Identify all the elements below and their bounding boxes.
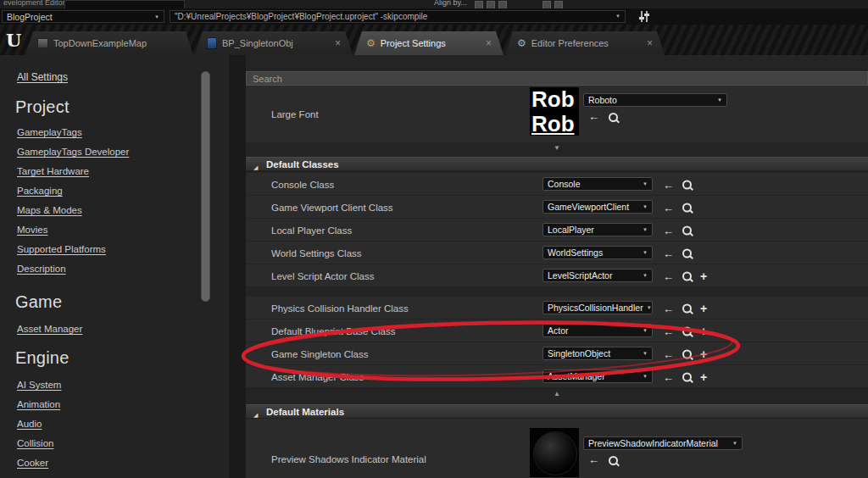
sidebar-item-gameplaytags-developer[interactable]: GameplayTags Developer	[17, 146, 129, 165]
selected-class: LocalPlayer	[548, 225, 594, 235]
sidebar-item-collision[interactable]: Collision	[17, 437, 53, 457]
settings-row-local-player-class: Local Player Class LocalPlayer ▼ ←	[246, 219, 868, 242]
material-picker-dropdown[interactable]: PreviewShadowIndicatorMaterial ▼	[583, 436, 743, 450]
tab-bp-singletonobj[interactable]: BP_SingletonObj ×	[195, 31, 353, 55]
sidebar-item-all-settings[interactable]: All Settings	[17, 71, 68, 83]
tab-label: Editor Preferences	[531, 38, 609, 48]
settings-row-physics-collision-handler-class: Physics Collision Handler Class PhysicsC…	[246, 297, 868, 320]
magnifier-icon	[682, 271, 692, 281]
sidebar-item-gameplaytags[interactable]: GameplayTags	[17, 126, 82, 146]
browse-icon[interactable]	[609, 456, 618, 465]
project-name-label: BlogProject	[7, 12, 53, 22]
class-picker-dropdown[interactable]: AssetManager ▼	[542, 370, 653, 383]
tab-project-settings[interactable]: ⚙ Project Settings ×	[354, 31, 504, 55]
use-selected-icon[interactable]: ←	[663, 270, 674, 281]
close-icon[interactable]: ×	[486, 38, 492, 48]
class-picker-dropdown[interactable]: Console ▼	[542, 177, 653, 191]
magnifier-icon	[682, 248, 692, 258]
add-icon[interactable]: +	[700, 303, 707, 314]
magnifier-icon	[682, 326, 692, 336]
browse-icon[interactable]	[682, 326, 692, 336]
section-header-default-materials[interactable]: ◢ Default Materials	[246, 404, 868, 419]
tab-editor-preferences[interactable]: ⚙ Editor Preferences ×	[505, 31, 665, 55]
use-selected-icon[interactable]: ←	[663, 303, 674, 314]
material-thumbnail[interactable]	[530, 428, 579, 477]
toolbar-dropdown[interactable]	[64, 0, 185, 8]
use-selected-icon[interactable]: ←	[663, 202, 674, 213]
class-picker-dropdown[interactable]: SingletonObject ▼	[542, 347, 653, 360]
close-icon[interactable]: ×	[647, 38, 653, 48]
blueprint-icon	[207, 37, 217, 49]
browse-icon[interactable]	[682, 349, 692, 358]
magnifier-icon	[682, 372, 692, 381]
selected-font: Roboto	[588, 95, 617, 105]
sidebar-scrollbar[interactable]	[201, 71, 210, 302]
settings-row-game-singleton-class: Game Singleton Class SingletonObject ▼ ←…	[246, 342, 868, 365]
use-selected-icon[interactable]: ←	[663, 325, 674, 336]
class-picker-dropdown[interactable]: Actor ▼	[542, 324, 653, 337]
align-by-label[interactable]: Align by...	[434, 0, 467, 7]
add-icon[interactable]: +	[700, 371, 707, 383]
add-icon[interactable]: +	[700, 348, 707, 360]
font-dropdown[interactable]: Roboto ▼	[583, 93, 727, 107]
property-label: Default Blueprint Base Class	[271, 326, 395, 336]
sidebar-item-packaging[interactable]: Packaging	[17, 185, 63, 204]
class-picker-dropdown[interactable]: WorldSettings ▼	[542, 246, 653, 259]
selected-class: LevelScriptActor	[548, 270, 612, 281]
settings-panel: Large Font Rob Rob Roboto ▼ ← ▼ ◢ Defaul…	[246, 55, 868, 478]
toolbar-icon[interactable]	[554, 1, 563, 8]
toolbar-icon[interactable]	[487, 1, 495, 8]
sidebar-item-supported-platforms[interactable]: Supported Platforms	[17, 243, 106, 263]
browse-icon[interactable]	[682, 271, 692, 281]
class-picker-dropdown[interactable]: GameViewportClient ▼	[542, 200, 653, 214]
use-selected-icon[interactable]: ←	[663, 179, 674, 190]
sidebar-item-maps-modes[interactable]: Maps & Modes	[17, 204, 82, 224]
chevron-down-icon[interactable]: ▼	[615, 14, 620, 19]
magnifier-icon	[682, 225, 692, 235]
sidebar-item-movies[interactable]: Movies	[17, 224, 47, 243]
sidebar-section-game: Game	[15, 292, 62, 312]
class-picker-dropdown[interactable]: LocalPlayer ▼	[542, 223, 653, 236]
tab-topdownexamplemap[interactable]: TopDownExampleMap	[25, 31, 193, 55]
settings-sliders-icon[interactable]	[638, 11, 650, 22]
sidebar-item-animation[interactable]: Animation	[17, 398, 60, 418]
browse-icon[interactable]	[682, 372, 692, 381]
browse-icon[interactable]	[682, 225, 692, 235]
sidebar-item-ai-system[interactable]: AI System	[17, 379, 61, 398]
project-combobox[interactable]: BlogProject ▼	[2, 10, 164, 23]
large-font-row: Large Font Rob Rob Roboto ▼ ←	[246, 86, 868, 143]
browse-icon[interactable]	[682, 303, 692, 313]
class-picker-dropdown[interactable]: PhysicsCollisionHandler ▼	[542, 301, 653, 314]
toolbar-icon[interactable]	[475, 1, 483, 8]
close-icon[interactable]: ×	[335, 38, 341, 48]
settings-row-game-viewport-client-class: Game Viewport Client Class GameViewportC…	[246, 196, 868, 219]
collapse-expander[interactable]: ▼	[246, 142, 868, 153]
chevron-down-icon: ▼	[643, 374, 648, 379]
browse-icon[interactable]	[682, 248, 692, 258]
class-picker-dropdown[interactable]: LevelScriptActor ▼	[542, 269, 653, 282]
command-args-input[interactable]	[170, 10, 626, 23]
use-selected-icon[interactable]: ←	[588, 454, 599, 465]
use-selected-icon[interactable]: ←	[588, 111, 599, 122]
section-header-default-classes[interactable]: ◢ Default Classes	[246, 157, 868, 171]
use-selected-icon[interactable]: ←	[663, 225, 674, 236]
use-selected-icon[interactable]: ←	[663, 371, 674, 382]
add-icon[interactable]: +	[700, 325, 707, 337]
sidebar-item-audio[interactable]: Audio	[17, 418, 42, 437]
add-icon[interactable]: +	[700, 270, 707, 282]
sidebar-item-target-hardware[interactable]: Target Hardware	[17, 165, 89, 185]
build-config-label: evelopment Editor	[3, 0, 65, 7]
toolbar-icon[interactable]	[542, 1, 551, 8]
sidebar-item-cooker[interactable]: Cooker	[17, 457, 48, 476]
search-input[interactable]	[246, 71, 868, 86]
collapse-expander[interactable]: ▲	[246, 388, 868, 399]
sidebar-item-description[interactable]: Description	[17, 263, 66, 282]
browse-icon[interactable]	[609, 113, 618, 122]
browse-icon[interactable]	[682, 203, 692, 212]
use-selected-icon[interactable]: ←	[663, 348, 674, 359]
sidebar-section-engine: Engine	[15, 348, 69, 368]
sidebar-item-asset-manager[interactable]: Asset Manager	[17, 323, 82, 342]
toolbar-icon[interactable]	[498, 1, 507, 8]
use-selected-icon[interactable]: ←	[663, 247, 674, 258]
browse-icon[interactable]	[682, 180, 692, 189]
